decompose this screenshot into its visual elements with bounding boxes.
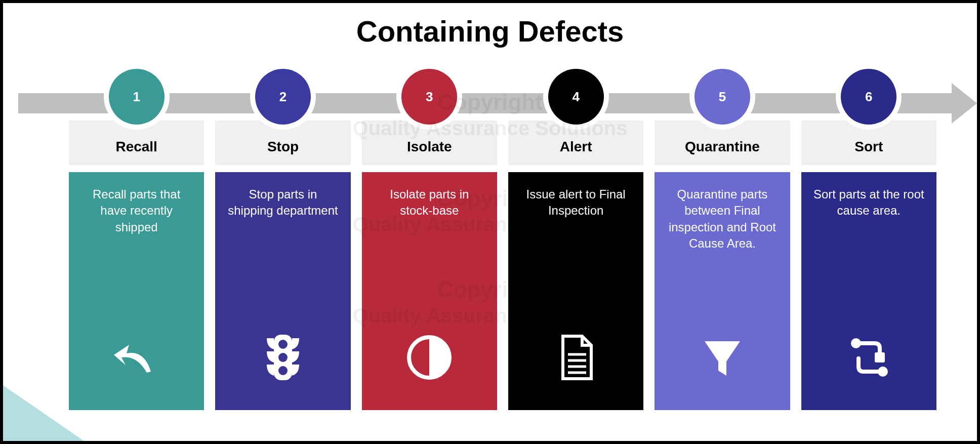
svg-point-1 xyxy=(278,340,288,349)
branch-icon xyxy=(812,327,925,388)
traffic-light-icon xyxy=(226,327,339,388)
badge-ring: 6 xyxy=(836,64,902,130)
step-number-badge: 4 xyxy=(548,69,604,125)
step-description: Issue alert to Final Inspection xyxy=(519,186,632,277)
steps-container: 1 Recall Recall parts that have recently… xyxy=(69,64,936,410)
step-stop: 2 Stop Stop parts in shipping department xyxy=(215,64,350,410)
slide: Containing Defects 1 Recall Recall parts… xyxy=(0,0,980,444)
funnel-icon xyxy=(666,327,779,388)
arrow-head-icon xyxy=(952,83,977,124)
step-description-box: Issue alert to Final Inspection xyxy=(508,172,643,410)
step-isolate: 3 Isolate Isolate parts in stock-base xyxy=(362,64,497,410)
slide-title: Containing Defects xyxy=(3,14,977,48)
step-description: Sort parts at the root cause area. xyxy=(812,186,925,277)
badge-ring: 3 xyxy=(396,64,462,130)
step-number-badge: 5 xyxy=(695,69,750,125)
document-icon xyxy=(519,327,632,388)
step-sort: 6 Sort Sort parts at the root cause area… xyxy=(801,64,936,410)
step-number-badge: 1 xyxy=(109,69,165,125)
step-description-box: Recall parts that have recently shipped xyxy=(69,172,204,410)
badge-ring: 5 xyxy=(689,64,755,130)
arrow-back-icon xyxy=(80,327,193,388)
step-recall: 1 Recall Recall parts that have recently… xyxy=(69,64,204,410)
svg-point-3 xyxy=(278,366,288,375)
step-description-box: Isolate parts in stock-base xyxy=(362,172,497,410)
step-description-box: Sort parts at the root cause area. xyxy=(801,172,936,410)
step-quarantine: 5 Quarantine Quarantine parts between Fi… xyxy=(655,64,790,410)
step-description: Recall parts that have recently shipped xyxy=(80,186,193,277)
half-circle-icon xyxy=(373,327,486,388)
step-description: Quarantine parts between Final inspectio… xyxy=(666,186,779,277)
svg-rect-11 xyxy=(875,352,885,362)
step-alert: 4 Alert Issue alert to Final Inspection xyxy=(508,64,643,410)
step-number-badge: 6 xyxy=(841,69,896,125)
step-description-box: Stop parts in shipping department xyxy=(215,172,350,410)
badge-ring: 1 xyxy=(104,64,170,130)
badge-ring: 2 xyxy=(250,64,316,130)
badge-ring: 4 xyxy=(543,64,609,130)
svg-point-2 xyxy=(278,353,288,362)
step-description: Isolate parts in stock-base xyxy=(373,186,486,277)
step-number-badge: 2 xyxy=(255,69,311,125)
step-description: Stop parts in shipping department xyxy=(226,186,339,277)
step-number-badge: 3 xyxy=(401,69,457,125)
step-description-box: Quarantine parts between Final inspectio… xyxy=(655,172,790,410)
